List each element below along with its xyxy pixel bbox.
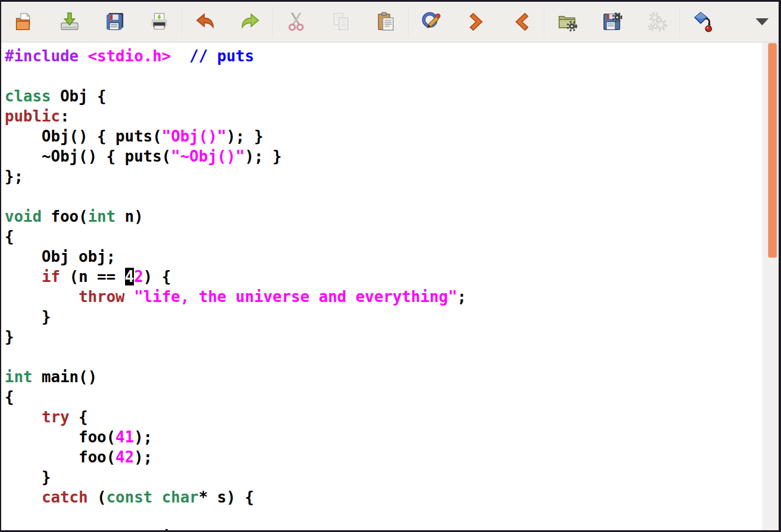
code-line: } [5,327,762,347]
make-button[interactable] [687,5,720,38]
load-session-button[interactable] [551,5,584,38]
find-replace-icon [420,10,444,34]
code-line [5,347,762,367]
run-script-icon [645,10,669,34]
code-line: foo(42); [5,447,762,467]
find-prev-icon [510,10,533,34]
save-icon [58,10,81,34]
find-next-button[interactable] [460,5,493,38]
paste-button[interactable] [369,5,402,38]
file-info: "test01_stack_unwind.cpp" 26L, 339C [5,527,328,530]
code-line: throw "life, the universe and everything… [5,287,762,307]
find-next-icon [465,10,488,34]
code-line: } [5,307,762,327]
save-button[interactable] [53,5,86,38]
paste-icon [374,10,398,34]
make-icon [691,10,715,34]
status-line: "test01_stack_unwind.cpp" 26L, 339C 12,1… [1,507,762,527]
save-all-button[interactable] [98,5,131,38]
vertical-scrollbar[interactable] [762,42,779,530]
toolbar-overflow-icon [756,18,769,25]
load-session-icon [556,10,579,34]
toolbar [1,2,779,42]
code-line: int main() [5,367,762,387]
find-replace-button[interactable] [415,5,448,38]
toolbar-separator [680,6,681,37]
code-line: }; [5,166,762,186]
code-line: Obj obj; [5,247,762,267]
redo-icon [238,10,262,34]
code-line: { [5,226,762,247]
redo-button[interactable] [234,5,267,38]
code-line: void foo(int n) [5,206,762,226]
code-line [5,66,762,86]
code-line: } [5,467,762,487]
save-all-icon [103,10,126,34]
undo-icon [193,10,217,34]
code-line: { [5,387,762,407]
copy-icon [329,10,353,34]
code-line [5,186,762,206]
print-button[interactable] [143,5,176,38]
toolbar-separator [273,6,274,37]
print-icon [147,10,171,34]
code-line: class Obj { [5,86,762,106]
toolbar-separator [544,6,545,37]
code-line: Obj() { puts("Obj()"); } [5,126,762,146]
toolbar-separator [182,6,183,37]
code-line: ~Obj() { puts("~Obj()"); } [5,146,762,166]
toolbar-overflow-button[interactable] [752,11,773,32]
code-line: try { [5,407,762,427]
cut-button[interactable] [280,5,313,38]
open-button[interactable] [8,5,41,38]
undo-button[interactable] [189,5,222,38]
save-session-icon [600,10,624,34]
copy-button[interactable] [324,5,357,38]
cursor: 4 [125,268,134,285]
toolbar-separator [408,6,409,37]
open-icon [13,10,37,34]
scrollbar-thumb[interactable] [768,43,777,258]
gvim-window: #include <stdio.h> // putsclass Obj {pub… [0,0,781,532]
code-line: if (n == 42) { [5,267,762,287]
cut-icon [284,10,308,34]
run-script-button[interactable] [641,5,674,38]
save-session-button[interactable] [596,5,629,38]
find-prev-button[interactable] [505,5,538,38]
code-line: foo(41); [5,427,762,447]
code-area[interactable]: #include <stdio.h> // putsclass Obj {pub… [1,42,762,530]
editor-window: #include <stdio.h> // putsclass Obj {pub… [1,2,779,530]
code-line: #include <stdio.h> // puts [5,46,762,66]
code-line: catch (const char* s) { [5,487,762,507]
code-line: public: [5,106,762,126]
